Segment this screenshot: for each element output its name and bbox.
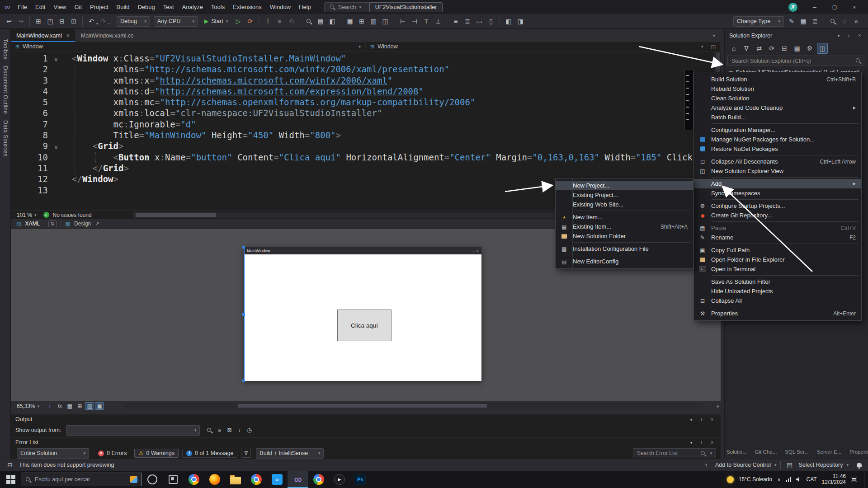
scrollbar-thumb[interactable] <box>136 213 216 217</box>
pin-icon[interactable]: ⊤ <box>847 33 851 38</box>
code-line[interactable]: 10<Button x:Name="button" Content="Clica… <box>11 152 714 163</box>
code-line[interactable]: 7mc:Ignorable="d" <box>11 119 714 130</box>
context-menu-item-collapse-all-descendants[interactable]: Collapse All DescendantsCtrl+Left Arrow <box>694 157 861 166</box>
hot-reload-icon[interactable]: ⟳ <box>245 16 255 27</box>
taskbar-icon-obs[interactable] <box>142 471 163 488</box>
design-button[interactable]: Clica aquí <box>337 310 392 341</box>
output-source-select[interactable]: ▾ <box>66 425 200 436</box>
same-height-icon[interactable]: ▯ <box>486 16 496 27</box>
keyboard-layout-indicator[interactable]: CAT <box>807 476 817 483</box>
pending-changes-filter-icon[interactable]: ∇ <box>741 43 752 54</box>
live-visual-tree-icon[interactable]: ▤ <box>315 16 326 27</box>
context-menu-item-hide-unloaded-projects[interactable]: Hide Unloaded Projects <box>694 286 861 296</box>
menu-item-analyze[interactable]: Analyze <box>178 4 207 10</box>
save-all-icon[interactable]: ⊡ <box>68 16 79 27</box>
menu-item-git[interactable]: Git <box>70 4 86 10</box>
select-repository-button[interactable]: Select Repository <box>799 462 843 468</box>
taskbar-icon-chrome-3[interactable] <box>308 471 329 488</box>
show-grid-icon[interactable]: ▦ <box>65 402 74 410</box>
notifications-bell-icon[interactable] <box>857 463 862 467</box>
navigate-forward-icon[interactable]: ↪ <box>15 16 26 27</box>
dock-tab-git-cha[interactable]: Git Cha... <box>755 449 777 455</box>
scroll-right-icon[interactable]: ▸ <box>717 404 719 408</box>
editor-zoom-select[interactable]: 101 %▾ <box>14 211 40 219</box>
volume-icon[interactable] <box>796 477 802 482</box>
redo-icon[interactable]: ↷▾ <box>98 16 108 27</box>
design-preview-window[interactable]: MainWindow ─ ▫ × Clica aquí <box>244 247 481 381</box>
hidden-icons-chevron[interactable]: ∧ <box>777 477 781 483</box>
close-panel-icon[interactable]: × <box>858 33 861 38</box>
show-handles-icon[interactable]: ◫ <box>380 16 391 27</box>
context-menu-item-save-as-solution-filter[interactable]: Save As Solution Filter <box>694 277 861 286</box>
tab-overflow-icon[interactable]: ▾ <box>713 33 721 38</box>
restart-icon[interactable]: ⟲ <box>286 16 297 27</box>
refresh-icon[interactable]: ⟳ <box>766 43 777 54</box>
code-line[interactable]: 9∨<Grid> <box>11 141 714 151</box>
code-line[interactable]: 2xmlns="http://schemas.microsoft.com/win… <box>11 64 714 75</box>
add-submenu-item-new-editorconfig[interactable]: New EditorConfig <box>556 257 693 266</box>
menu-item-window[interactable]: Window <box>266 4 295 10</box>
restore-button[interactable]: ▢ <box>825 0 844 14</box>
context-menu-item-configuration-manager[interactable]: Configuration Manager... <box>694 125 861 135</box>
add-submenu-item-installation-configuration-file[interactable]: Installation Configuration File <box>556 244 693 253</box>
scrollbar-thumb[interactable] <box>238 404 487 408</box>
menu-item-view[interactable]: View <box>49 4 70 10</box>
align-top-edges-icon[interactable]: ⊤ <box>421 16 432 27</box>
snap-grid-icon[interactable]: ⊞ <box>75 402 84 410</box>
snap-to-grid-icon[interactable]: ⊞ <box>356 16 367 27</box>
debug-configuration-select[interactable]: Debug▾ <box>117 16 150 27</box>
change-type-select[interactable]: Change Type▾ <box>733 16 784 27</box>
side-tab-toolbox[interactable]: Toolbox <box>2 39 9 60</box>
add-to-source-control-button[interactable]: Add to Source Control <box>715 462 771 468</box>
pin-icon[interactable]: ⊤ <box>699 440 703 445</box>
add-submenu-item-new-item[interactable]: New Item... <box>556 212 693 222</box>
platform-select[interactable]: Any CPU▾ <box>154 16 198 27</box>
taskbar-icon-visual-studio[interactable]: ∞ <box>288 471 308 488</box>
close-tab-icon[interactable]: × <box>66 33 70 39</box>
autoscroll-icon[interactable]: ↓ <box>235 427 244 434</box>
error-source-select[interactable]: Build + IntelliSense▾ <box>256 448 324 459</box>
xaml-tab[interactable]: XAML <box>25 221 40 227</box>
breadcrumb-right[interactable]: ⊞ Window ▾ ◫ <box>366 42 721 51</box>
context-menu-item-rebuild-solution[interactable]: Rebuild Solution <box>694 84 861 94</box>
document-tab-mainwindow-xaml-cs[interactable]: MainWindow.xaml.cs <box>75 29 140 42</box>
align-left-edges-icon[interactable]: ⊢ <box>397 16 408 27</box>
panel-splitter[interactable] <box>11 411 721 414</box>
dock-tab-sql-ser[interactable]: SQL Ser... <box>785 449 809 455</box>
context-menu-item-sync-namespaces[interactable]: Sync Namespaces <box>694 188 861 198</box>
context-menu-item-new-solution-explorer-view[interactable]: New Solution Explorer View <box>694 166 861 176</box>
design-tab[interactable]: Design <box>74 221 91 227</box>
pan-icon[interactable]: + <box>45 402 54 410</box>
expand-pane-icon[interactable]: ↗ <box>95 221 99 227</box>
word-wrap-icon[interactable]: ≡ <box>215 427 224 434</box>
code-line[interactable]: 5xmlns:mc="http://schemas.openxmlformats… <box>11 97 714 108</box>
align-bottom-edges-icon[interactable]: ⊥ <box>433 16 443 27</box>
solution-explorer-search[interactable]: Search Solution Explorer (Ctrl+ç) <box>727 56 865 66</box>
list-view-icon[interactable]: ≣ <box>810 16 821 27</box>
effects-icon[interactable]: fx <box>55 402 64 410</box>
preview-selected-items-icon[interactable]: ◫ <box>817 43 828 54</box>
time-icon[interactable]: ◷ <box>245 427 254 434</box>
find-output-icon[interactable] <box>205 427 214 434</box>
context-menu-item-open-folder-in-file-explorer[interactable]: Open Folder in File Explorer <box>694 255 861 264</box>
taskbar-icon-chrome-2[interactable] <box>246 471 267 488</box>
show-all-files-icon[interactable]: ▤ <box>792 43 802 54</box>
menu-item-project[interactable]: Project <box>86 4 112 10</box>
sync-with-active-document-icon[interactable]: ⇄ <box>754 43 764 54</box>
dock-tab-server-e[interactable]: Server E... <box>817 449 841 455</box>
toolbar-overflow-icon[interactable]: » <box>851 16 862 27</box>
taskbar-icon-file-explorer[interactable] <box>225 471 246 488</box>
chevron-down-icon[interactable]: ▾ <box>359 44 361 49</box>
taskbar-icon-photoshop[interactable]: Ps <box>350 471 371 488</box>
notification-center-icon[interactable] <box>851 477 857 482</box>
design-horizontal-scrollbar[interactable] <box>124 403 703 408</box>
close-panel-icon[interactable]: × <box>711 417 713 422</box>
error-scope-select[interactable]: Entire Solution▾ <box>17 448 89 459</box>
menu-item-help[interactable]: Help <box>295 4 315 10</box>
snaplines-icon[interactable]: ▥ <box>368 16 379 27</box>
code-line[interactable]: 3xmlns:x="http://schemas.microsoft.com/w… <box>11 75 714 86</box>
menu-item-test[interactable]: Test <box>159 4 178 10</box>
same-width-icon[interactable]: ▭ <box>474 16 485 27</box>
snaplines-icon[interactable]: ▥ <box>85 402 94 410</box>
context-menu-item-open-in-terminal[interactable]: Open in Terminal <box>694 264 861 274</box>
